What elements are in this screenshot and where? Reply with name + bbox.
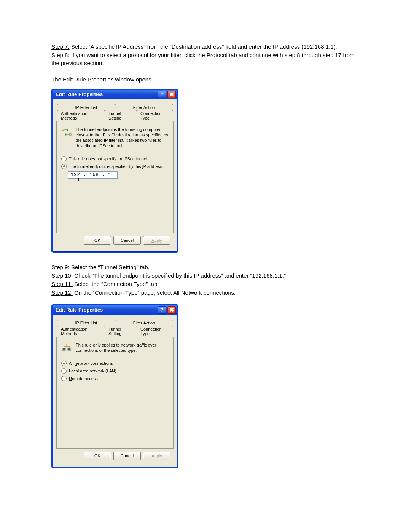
tunnel-panel: The tunnel endpoint is the tunneling com… <box>56 121 174 233</box>
tab-tunnel-setting[interactable]: Tunnel Setting <box>105 110 137 121</box>
step-7-label: Step 7: <box>51 43 70 50</box>
step-7-text: Select “A specific IP Address” from the … <box>70 43 337 50</box>
radio-specify-ip[interactable]: The tunnel endpoint is specified by this… <box>61 164 169 169</box>
help-button[interactable]: ? <box>158 91 166 98</box>
tunnel-info-text: The tunnel endpoint is the tunneling com… <box>76 127 169 149</box>
dialog-title: Edit Rule Properties <box>56 91 103 97</box>
close-button[interactable]: ✖ <box>167 91 176 98</box>
step-11: Step 11: Select the “Connection Type” ta… <box>51 280 360 288</box>
step-8-label: Step 8: <box>51 52 70 58</box>
svg-rect-3 <box>63 348 65 350</box>
step-8: Step 8: If you want to select a protocol… <box>51 51 360 67</box>
tab-filter-action[interactable]: Filter Action <box>115 320 173 326</box>
cancel-button[interactable]: Cancel <box>113 236 141 245</box>
help-button[interactable]: ? <box>158 306 166 314</box>
tab-filter-action[interactable]: Filter Action <box>115 104 173 110</box>
step-12: Step 12: On the “Connection Type” page, … <box>51 289 360 297</box>
step-9: Step 9: Select the “Tunnel Setting” tab. <box>51 264 360 271</box>
tunnel-icon <box>61 127 72 137</box>
edit-rule-dialog-connection: Edit Rule Properties ? ✖ IP Filter List … <box>51 304 178 468</box>
svg-rect-0 <box>62 129 64 131</box>
connection-panel: This rule only applies to network traffi… <box>56 337 174 449</box>
svg-point-6 <box>66 343 67 345</box>
close-button[interactable]: ✖ <box>167 306 176 314</box>
step-7: Step 7: Select “A specific IP Address” f… <box>51 43 360 51</box>
edit-rule-dialog-tunnel: Edit Rule Properties ? ✖ IP Filter List … <box>51 89 178 253</box>
radio-lan[interactable]: Local area network (LAN) <box>61 368 169 374</box>
tab-auth-methods[interactable]: Authentication Methods <box>57 110 105 121</box>
cancel-button[interactable]: Cancel <box>113 452 141 460</box>
tab-connection-type[interactable]: Connection Type <box>137 326 173 337</box>
radio-remote-access[interactable]: Remote access <box>61 376 169 381</box>
ok-button[interactable]: OK <box>84 236 111 245</box>
svg-rect-5 <box>68 348 70 350</box>
titlebar: Edit Rule Properties ? ✖ <box>53 90 177 99</box>
ok-button[interactable]: OK <box>84 452 111 460</box>
tab-connection-type[interactable]: Connection Type <box>137 110 173 121</box>
tunnel-ip-input[interactable]: 192 . 168 . 1 . 1 <box>68 171 118 179</box>
tab-ip-filter-list[interactable]: IP Filter List <box>57 320 115 326</box>
step-10: Step 10: Check “The tunnel endpoint is s… <box>51 272 360 280</box>
tab-ip-filter-list[interactable]: IP Filter List <box>57 104 115 110</box>
intro-text: The Edit Rule Properties window opens. <box>51 76 360 83</box>
tab-tunnel-setting[interactable]: Tunnel Setting <box>105 326 137 337</box>
dialog-title-2: Edit Rule Properties <box>56 307 103 313</box>
step-8-text: If you want to select a protocol for you… <box>51 52 354 66</box>
svg-rect-1 <box>69 134 71 135</box>
connection-info-text: This rule only applies to network traffi… <box>76 342 169 353</box>
apply-button[interactable]: Apply <box>143 452 170 460</box>
radio-no-tunnel[interactable]: This rule does not specify an IPSec tunn… <box>61 156 169 161</box>
titlebar: Edit Rule Properties ? ✖ <box>53 305 177 315</box>
tab-auth-methods[interactable]: Authentication Methods <box>57 326 105 337</box>
radio-all-network[interactable]: All network connections <box>61 361 169 366</box>
network-icon <box>61 342 72 353</box>
apply-button[interactable]: Apply <box>143 236 170 245</box>
